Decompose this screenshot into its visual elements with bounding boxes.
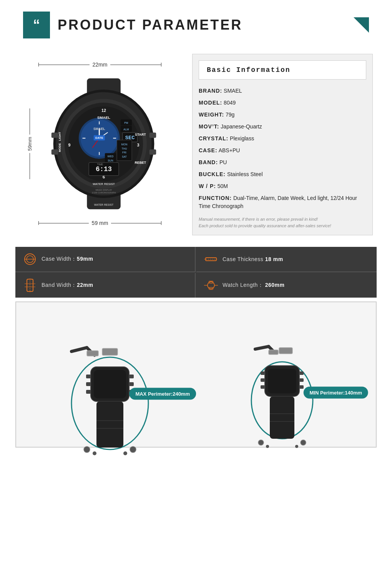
dim-height-left: 59mm	[27, 135, 33, 153]
dim-width-top: 22mm	[90, 62, 111, 68]
max-perimeter-item: MAX Perimeter:240mm	[24, 344, 196, 406]
svg-rect-71	[87, 351, 98, 356]
svg-text:WEEK DISPLAY: WEEK DISPLAY	[95, 189, 112, 191]
info-note-line2: Each product sold to provide quality ass…	[199, 223, 366, 229]
svg-rect-75	[96, 401, 123, 448]
dim-line-v1	[30, 112, 30, 135]
svg-text:SMAEL: SMAEL	[97, 115, 110, 120]
info-row-label: WEIGHT:	[199, 112, 224, 118]
info-row: WEIGHT: 79g	[199, 109, 366, 121]
svg-rect-9	[149, 150, 156, 155]
svg-rect-6	[51, 133, 58, 138]
info-row: FUNCTION: Dual-Time, Alarm, Date Week, L…	[199, 192, 366, 212]
svg-point-78	[84, 446, 90, 453]
svg-rect-8	[149, 133, 156, 138]
svg-rect-106	[261, 378, 265, 382]
case-thickness-icon	[204, 252, 218, 266]
svg-text:WATER RESIST: WATER RESIST	[94, 203, 113, 206]
info-section-title: Basic Information	[207, 66, 291, 74]
info-row-label: CRYSTAL:	[199, 135, 228, 142]
svg-rect-72	[102, 348, 118, 355]
specs-bar: Case Width：59mm Case Thickness 18 mm Ban…	[15, 247, 377, 298]
svg-text:6:13: 6:13	[95, 165, 111, 173]
spec-watch-length: Watch Length： 260mm	[196, 273, 377, 298]
dim-line-top	[39, 65, 90, 65]
info-row-label: FUNCTION:	[199, 195, 232, 201]
svg-line-69	[71, 348, 87, 351]
svg-text:DATE: DATE	[95, 136, 103, 140]
dim-line-v2	[30, 153, 30, 176]
spec-watch-length-label: Watch Length： 260mm	[223, 282, 285, 289]
svg-text:MODE: MODE	[58, 143, 61, 152]
info-row-label: MOV’T:	[199, 123, 219, 130]
svg-text:PM: PM	[124, 122, 128, 124]
info-rows: BRAND: SMAELMODEL: 8049WEIGHT: 79gMOV’T:…	[193, 83, 372, 212]
svg-point-79	[93, 451, 96, 455]
info-row-label: CASE:	[199, 147, 218, 153]
info-row: BRAND: SMAEL	[199, 85, 366, 97]
svg-text:REBET: REBET	[135, 161, 146, 165]
dimension-left: 59mm	[27, 108, 33, 179]
info-row: CRYSTAL: Plexiglass	[199, 133, 366, 145]
perimeter-section: MAX Perimeter:240mm	[15, 301, 377, 448]
info-row-label: MODEL:	[199, 100, 222, 106]
watch-row: 59mm	[27, 71, 173, 217]
dim-line-top2	[110, 65, 161, 65]
svg-rect-86	[86, 382, 91, 386]
svg-point-100	[301, 440, 306, 445]
spec-case-thickness: Case Thickness 18 mm	[196, 247, 377, 272]
svg-point-99	[266, 445, 269, 448]
svg-text:SAT: SAT	[122, 155, 127, 158]
svg-rect-91	[269, 350, 278, 355]
svg-rect-102	[299, 371, 304, 375]
spec-band-width: Band Width：22mm	[15, 273, 196, 298]
watch-length-icon	[204, 278, 218, 292]
svg-text:3: 3	[137, 143, 139, 147]
svg-rect-92	[279, 348, 292, 354]
svg-rect-7	[51, 150, 58, 155]
svg-text:9: 9	[68, 143, 70, 147]
spec-case-width-label: Case Width：59mm	[42, 256, 93, 263]
quote-icon: “	[23, 12, 50, 38]
page-title: PRODUCT PARAMETER	[58, 17, 346, 33]
info-row-value: PU	[219, 159, 227, 165]
info-row-value: 8049	[224, 100, 236, 106]
dim-tick-b2	[161, 221, 161, 225]
svg-rect-104	[299, 385, 304, 389]
dim-tick-bottom-v	[30, 176, 30, 179]
info-row-value: 79g	[226, 112, 234, 118]
svg-text:SMAEL: SMAEL	[93, 127, 105, 131]
svg-text:LIGHT: LIGHT	[58, 132, 61, 141]
info-row: MOV’T: Japanese-Quartz	[199, 121, 366, 133]
dimension-bottom: 59 mm	[38, 220, 161, 226]
svg-rect-87	[86, 390, 91, 394]
info-box: Basic Information BRAND: SMAELMODEL: 804…	[192, 54, 373, 235]
info-row: MODEL: 8049	[199, 97, 366, 109]
svg-rect-74	[94, 370, 126, 398]
svg-point-98	[258, 440, 264, 445]
svg-text:START: START	[135, 133, 146, 137]
header-triangle-decoration	[354, 17, 369, 33]
svg-rect-105	[261, 371, 265, 375]
svg-rect-85	[86, 375, 91, 378]
svg-rect-82	[129, 375, 134, 378]
max-perimeter-svg	[64, 344, 156, 459]
svg-text:MON: MON	[121, 143, 127, 146]
info-note-line1: Manual measurement, if there is an error…	[199, 216, 366, 223]
watch-diagram: 22mm 59mm	[19, 54, 181, 234]
min-perimeter-label: MIN Perimeter:140mm	[303, 387, 368, 399]
svg-text:FRI: FRI	[122, 151, 126, 154]
watch-image-container: 12 3 6 9 SEC PM ALM DATE	[38, 71, 169, 217]
info-row-label: BUCKLE:	[199, 171, 226, 177]
band-width-icon	[23, 278, 37, 292]
svg-text:WED: WED	[107, 155, 113, 158]
spec-band-width-label: Band Width：22mm	[42, 282, 93, 289]
svg-point-81	[123, 451, 127, 455]
info-row-label: W / P:	[199, 183, 216, 189]
svg-rect-83	[129, 382, 134, 386]
case-width-icon	[23, 252, 37, 266]
info-row-value: Japanese-Quartz	[221, 123, 262, 130]
dimension-top: 22mm	[38, 62, 161, 68]
info-row-value: SMAEL	[224, 88, 242, 94]
dim-tick2	[161, 63, 161, 67]
